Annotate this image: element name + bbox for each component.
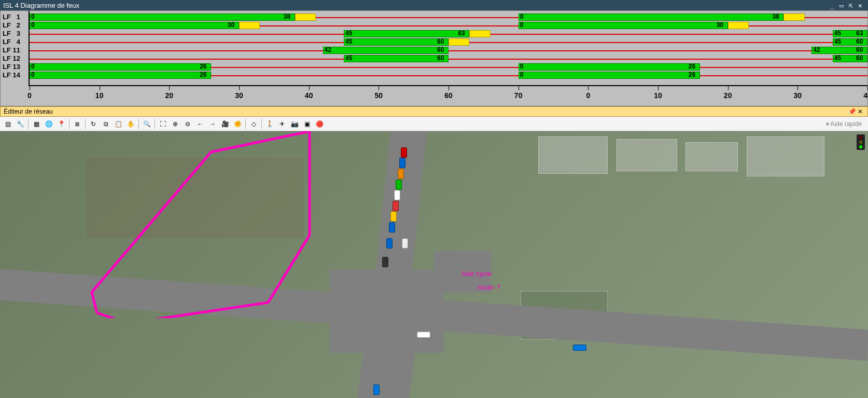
quick-help-label[interactable]: Aide rapide [830, 120, 866, 128]
signal-row[interactable]: 45634563 [30, 30, 867, 38]
axis-tick-label: 30 [794, 91, 802, 100]
signal-timing-diagram: LF 1LF 2LF 3LF 4LF 11LF 12LF 13LF 14 038… [0, 10, 868, 106]
toolbar-separator [69, 119, 69, 129]
traffic-light-overlay-icon[interactable] [857, 134, 865, 150]
pan-icon[interactable]: ✊ [232, 118, 243, 130]
zoom-lens-icon[interactable]: 🔍 [141, 118, 152, 130]
wrench-icon[interactable]: 🔧 [15, 118, 26, 130]
panel-close-icon[interactable]: ✕ [856, 108, 864, 115]
signal-group-label: LF 13 [1, 63, 29, 71]
close-button[interactable]: ✕ [856, 2, 865, 9]
signal-row[interactable]: 026026 [30, 63, 867, 71]
zoom-out-icon[interactable]: ⊖ [182, 118, 193, 130]
axis-tick-label: 70 [514, 91, 523, 100]
3d-color-icon[interactable]: 🔴 [314, 118, 325, 130]
signal-row[interactable]: 45604560 [30, 54, 867, 63]
panel-pin-icon[interactable]: 📌 [848, 108, 856, 115]
3d-viewport[interactable]: .Nah cycle rouan ? [0, 131, 868, 398]
axis-tick-label: 60 [444, 91, 453, 100]
signal-row[interactable]: 030030 [30, 21, 867, 30]
viewport-annotation: rouan ? [478, 283, 500, 291]
network-editor-header: Éditeur de réseau 📌 ✕ [0, 106, 868, 117]
zoom-in-icon[interactable]: ⊕ [170, 118, 181, 130]
globe-icon[interactable]: 🌐 [43, 118, 54, 130]
viewport-annotation: .Nah cycle [460, 270, 492, 278]
eraser-icon[interactable]: ◇ [248, 118, 259, 130]
signal-row[interactable]: 42604260 [30, 46, 867, 54]
signal-group-labels: LF 1LF 2LF 3LF 4LF 11LF 12LF 13LF 14 [1, 11, 30, 86]
axis-tick-label: 50 [375, 91, 383, 100]
hand-zoom-icon[interactable]: ✋ [125, 118, 136, 130]
camera-record-icon[interactable]: 🎥 [219, 118, 231, 130]
toolbar-separator [138, 119, 139, 129]
minimize-button[interactable]: _ [828, 2, 837, 9]
network-toolbar: ▤🔧▦🌐📍≣↻⧉📋✋🔍⛶⊕⊖←→🎥✊◇🚶✈📷▣🔴 ▾ Aide rapide [0, 117, 868, 131]
axis-tick-label: 10 [95, 91, 104, 100]
toolbar-separator [245, 119, 246, 129]
signal-row[interactable]: 45604560 [30, 38, 867, 46]
toolbar-separator [261, 119, 262, 129]
axis-tick-label: 20 [724, 91, 732, 100]
back-icon[interactable]: ← [194, 118, 206, 130]
signal-group-label: LF 11 [1, 46, 29, 54]
toolbar-separator [85, 119, 86, 129]
signal-diagram-titlebar: ISL 4 Diagramme de feux _ ▭ ⇱ ✕ [0, 0, 868, 10]
network-editor-title: Éditeur de réseau [4, 108, 53, 115]
signal-group-label: LF 14 [1, 71, 29, 79]
axis-tick-label: 40 [863, 91, 868, 100]
list-icon[interactable]: ≣ [72, 118, 83, 130]
plane-icon[interactable]: ✈ [276, 118, 288, 130]
pedestrian-icon[interactable]: 🚶 [264, 118, 275, 130]
cube-icon[interactable]: ▣ [301, 118, 313, 130]
axis-tick-label: 0 [27, 91, 32, 100]
refresh-icon[interactable]: ↻ [88, 118, 99, 130]
copy-icon[interactable]: ⧉ [100, 118, 111, 130]
layers-icon[interactable]: ▤ [2, 118, 13, 130]
paste-icon[interactable]: 📋 [113, 118, 124, 130]
signal-group-label: LF 12 [1, 54, 29, 63]
time-axis: 010203040506070010203040 [30, 85, 867, 106]
chevron-down-icon[interactable]: ▾ [826, 120, 829, 128]
forward-icon[interactable]: → [207, 118, 218, 130]
zone-boundary [87, 131, 416, 318]
axis-tick-label: 10 [654, 91, 662, 100]
grid-icon[interactable]: ▦ [31, 118, 42, 130]
camera-icon[interactable]: 📷 [289, 118, 300, 130]
axis-tick-label: 20 [165, 91, 174, 100]
toolbar-separator [28, 119, 29, 129]
extent-icon[interactable]: ⛶ [157, 118, 169, 130]
signal-row[interactable]: 026026 [30, 71, 867, 79]
signal-group-label: LF 1 [1, 13, 29, 21]
signal-row[interactable]: 038038 [30, 13, 867, 21]
restore-button[interactable]: ▭ [837, 2, 846, 9]
signal-timeline[interactable]: 0380380300304563456345604560426042604560… [30, 11, 867, 86]
signal-group-label: LF 2 [1, 21, 29, 30]
pin-button[interactable]: ⇱ [846, 2, 856, 9]
signal-group-label: LF 4 [1, 38, 29, 46]
window-title: ISL 4 Diagramme de feux [3, 2, 79, 9]
signal-group-label: LF 3 [1, 30, 29, 38]
axis-tick-label: 30 [235, 91, 243, 100]
toolbar-separator [155, 119, 155, 129]
axis-tick-label: 40 [305, 91, 313, 100]
marker-icon[interactable]: 📍 [55, 118, 67, 130]
axis-tick-label: 0 [586, 91, 590, 100]
